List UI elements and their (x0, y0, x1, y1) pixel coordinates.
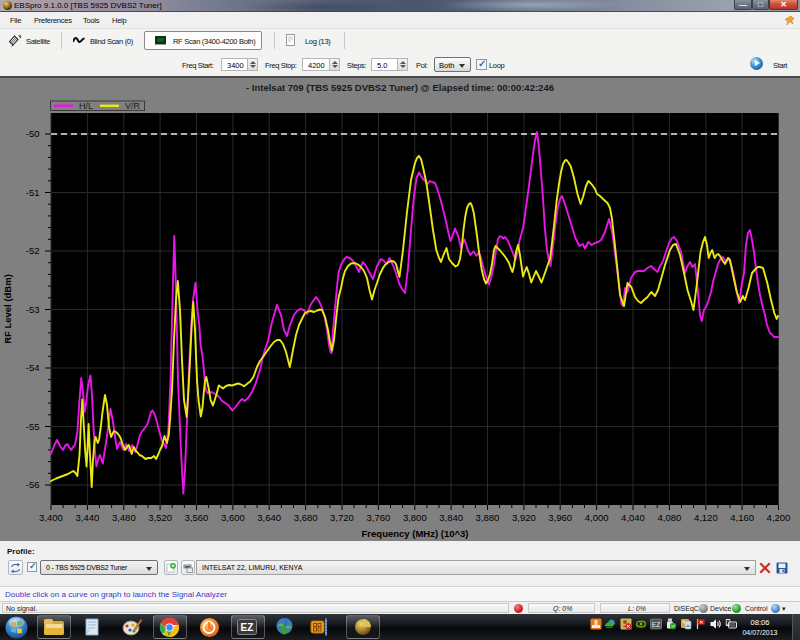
svg-text:3,440: 3,440 (76, 512, 100, 523)
svg-text:3,560: 3,560 (185, 512, 209, 523)
svg-text:-53: -53 (26, 304, 40, 315)
svg-text:EZ: EZ (652, 621, 660, 628)
svg-text:3,720: 3,720 (330, 512, 354, 523)
svg-text:3,920: 3,920 (512, 512, 536, 523)
svg-text:4,080: 4,080 (658, 512, 682, 523)
svg-text:4,120: 4,120 (694, 512, 718, 523)
svg-text:4,000: 4,000 (585, 512, 609, 523)
svg-text:3,640: 3,640 (257, 512, 281, 523)
svg-text:-52: -52 (26, 245, 40, 256)
svg-text:RF Level (dBm): RF Level (dBm) (2, 274, 13, 344)
svg-text:3,800: 3,800 (403, 512, 427, 523)
svg-text:3,760: 3,760 (367, 512, 391, 523)
svg-text:-54: -54 (26, 362, 40, 373)
svg-text:3,400: 3,400 (39, 512, 63, 523)
svg-text:EZ: EZ (241, 622, 254, 633)
svg-text:3,680: 3,680 (294, 512, 318, 523)
svg-text:V/R: V/R (125, 101, 141, 111)
svg-text:- Intelsat 709 (TBS 5925 DVBS2: - Intelsat 709 (TBS 5925 DVBS2 Tuner) @ … (246, 82, 554, 93)
svg-text:-50: -50 (26, 128, 40, 139)
svg-text:-51: -51 (26, 187, 40, 198)
svg-text:-55: -55 (26, 421, 40, 432)
svg-text:3,880: 3,880 (476, 512, 500, 523)
svg-text:4,040: 4,040 (621, 512, 645, 523)
svg-text:3,840: 3,840 (439, 512, 463, 523)
svg-text:3,600: 3,600 (221, 512, 245, 523)
svg-text:Frequency (MHz) (10^3): Frequency (MHz) (10^3) (362, 528, 469, 539)
svg-text:-56: -56 (26, 479, 40, 490)
svg-text:3,480: 3,480 (112, 512, 136, 523)
svg-text:4,200: 4,200 (767, 512, 791, 523)
svg-text:4,160: 4,160 (730, 512, 754, 523)
svg-text:3,520: 3,520 (148, 512, 172, 523)
svg-text:3,960: 3,960 (548, 512, 572, 523)
svg-text:H/L: H/L (79, 101, 93, 111)
